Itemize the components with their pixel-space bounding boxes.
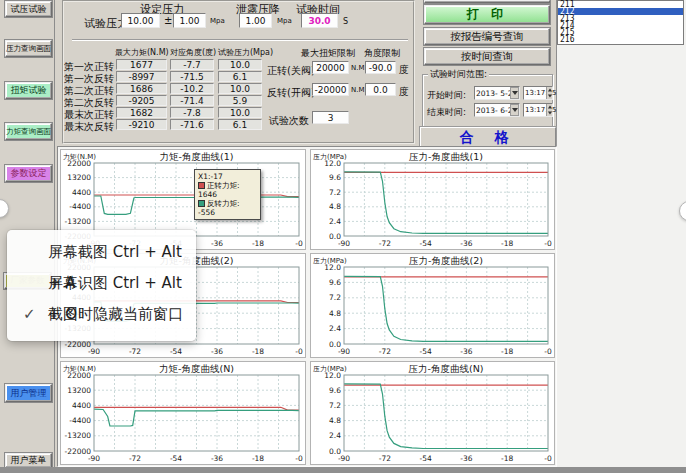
partial-top-button[interactable]: [424, 0, 550, 3]
svg-text:力矩-角度曲线(1): 力矩-角度曲线(1): [160, 151, 234, 162]
degree-unit-2: 度: [399, 85, 409, 99]
menu-item-screen-capture[interactable]: ✓ 屏幕截图 Ctrl + Alt + A: [7, 237, 196, 268]
test-time-input[interactable]: 30.0: [301, 13, 338, 28]
reverse-angle-limit-input[interactable]: 0.0: [365, 83, 396, 96]
degree-unit-1: 度: [399, 63, 409, 77]
svg-text:2.4: 2.4: [329, 431, 341, 440]
table-cell-torque: 1686: [116, 83, 167, 94]
svg-text:-90: -90: [88, 347, 100, 356]
svg-text:-90: -90: [88, 454, 100, 463]
svg-text:-0: -0: [295, 239, 303, 248]
test-count-input[interactable]: 3: [312, 111, 349, 124]
svg-text:-54: -54: [419, 454, 431, 463]
svg-text:-4400: -4400: [69, 202, 91, 211]
max-torque-limit-header: 最大扭矩限制: [301, 47, 355, 60]
leak-drop-input[interactable]: 1.00: [239, 13, 272, 28]
query-by-time-button[interactable]: 按时间查询: [424, 48, 550, 65]
svg-text:12.0: 12.0: [324, 159, 341, 168]
print-button[interactable]: 打 印: [424, 5, 550, 24]
table-cell-pressure: 10.0: [218, 59, 262, 70]
pressure-tolerance-input[interactable]: 1.00: [173, 13, 206, 28]
svg-text:4400: 4400: [72, 401, 91, 410]
svg-text:-36: -36: [460, 454, 472, 463]
sidebar-item-user-management[interactable]: 用户管理: [5, 384, 52, 402]
list-item[interactable]: 211: [558, 1, 683, 8]
table-cell-torque: -9210: [116, 119, 167, 130]
report-number-list[interactable]: 211 212 213 214 215 216: [557, 0, 684, 45]
start-date-picker[interactable]: 2013- 5-28: [474, 86, 520, 100]
sidebar-item-pressure-test[interactable]: 试压试验: [5, 1, 52, 17]
end-date-dropdown-button[interactable]: [510, 104, 519, 116]
forward-swatch-icon: [198, 182, 205, 189]
svg-text:4.8: 4.8: [329, 202, 341, 211]
chevron-down-icon: [512, 91, 518, 95]
sidebar-item-parameter-settings[interactable]: 参数设定: [5, 165, 52, 182]
svg-text:13200: 13200: [67, 173, 91, 182]
mpa-unit-1: Mpa: [210, 17, 225, 25]
sidebar-item-pressure-query[interactable]: 压力查询画面: [5, 40, 52, 57]
svg-text:-90: -90: [338, 454, 350, 463]
nm-unit-1: N.M: [351, 64, 365, 72]
plus-minus-sign: ±: [164, 15, 172, 26]
forward-torque-limit-input[interactable]: 20000: [312, 61, 349, 74]
svg-text:压力-角度曲线(2): 压力-角度曲线(2): [409, 255, 483, 266]
chart-pressure-angle-2: 压力-角度曲线(2) 压力(MPa) 12.09.67.24.82.40.0-9…: [310, 253, 555, 358]
row-label: 最末次反转: [62, 120, 114, 134]
menu-item-hide-window[interactable]: ✓ 截图时隐藏当前窗口: [7, 299, 196, 330]
time-range-label: 试验时间范围:: [428, 68, 489, 81]
svg-text:13200: 13200: [67, 386, 91, 395]
panel-separator: [72, 39, 408, 41]
sidebar-item-torque-test[interactable]: 扭矩试验: [5, 82, 52, 99]
svg-text:-72: -72: [129, 347, 141, 356]
end-time-label: 结束时间:: [427, 106, 466, 119]
forward-close-label: 正转(关阀): [267, 64, 315, 78]
svg-text:4.8: 4.8: [329, 309, 341, 318]
svg-text:7.2: 7.2: [329, 188, 341, 197]
svg-text:9.6: 9.6: [329, 278, 341, 287]
list-item[interactable]: 215: [558, 29, 683, 36]
svg-text:4400: 4400: [72, 188, 91, 197]
table-cell-angle: -71.6: [170, 119, 214, 130]
legend-entry-forward: 正转力矩: 1646: [198, 181, 257, 199]
reverse-torque-limit-input[interactable]: -20000: [312, 83, 349, 96]
start-time-spin-buttons[interactable]: [546, 87, 552, 99]
svg-text:-18: -18: [252, 239, 264, 248]
end-date-picker[interactable]: 2013- 6-27: [474, 103, 520, 117]
table-cell-torque: -9205: [116, 95, 167, 106]
svg-text:-18: -18: [501, 347, 513, 356]
svg-text:7.2: 7.2: [329, 293, 341, 302]
nm-unit-2: N.M: [351, 86, 365, 94]
start-time-spinner[interactable]: 13:17:35: [523, 86, 553, 100]
spin-up-icon: [547, 89, 551, 92]
svg-text:-0: -0: [544, 239, 552, 248]
table-cell-angle: -10.2: [170, 83, 214, 94]
svg-text:-13200: -13200: [64, 217, 91, 226]
svg-text:-36: -36: [460, 239, 472, 248]
list-item[interactable]: 213: [558, 15, 683, 22]
test-pressure-input[interactable]: 10.00: [121, 13, 160, 28]
table-cell-angle: -71.4: [170, 95, 214, 106]
list-item[interactable]: 214: [558, 22, 683, 29]
table-cell-torque: 1677: [116, 59, 167, 70]
table-cell-pressure: 6.1: [218, 71, 262, 82]
check-icon: ✓: [23, 299, 36, 330]
start-date-dropdown-button[interactable]: [510, 87, 519, 99]
spin-down-icon: [547, 95, 551, 98]
sidebar-item-user-menu[interactable]: 用户菜单: [5, 453, 52, 468]
angle-limit-header: 角度限制: [364, 47, 400, 60]
table-cell-torque: -8997: [116, 71, 167, 82]
end-time-spinner[interactable]: 13:17:35: [523, 103, 553, 117]
spin-down-icon: [547, 112, 551, 115]
svg-text:-18: -18: [252, 347, 264, 356]
svg-text:-54: -54: [170, 454, 182, 463]
end-time-spin-buttons[interactable]: [546, 104, 552, 116]
list-item[interactable]: 216: [558, 36, 683, 43]
sidebar-item-torque-query[interactable]: 力矩查询画面: [5, 123, 52, 140]
table-cell-angle: -7.8: [170, 107, 214, 118]
svg-text:-18: -18: [501, 239, 513, 248]
forward-angle-limit-input[interactable]: -90.0: [365, 61, 396, 74]
menu-item-screen-ocr[interactable]: ✓ 屏幕识图 Ctrl + Alt + O: [7, 268, 196, 299]
list-item[interactable]: 212: [558, 8, 683, 15]
query-by-report-button[interactable]: 按报告编号查询: [424, 28, 550, 45]
svg-text:-18: -18: [252, 454, 264, 463]
